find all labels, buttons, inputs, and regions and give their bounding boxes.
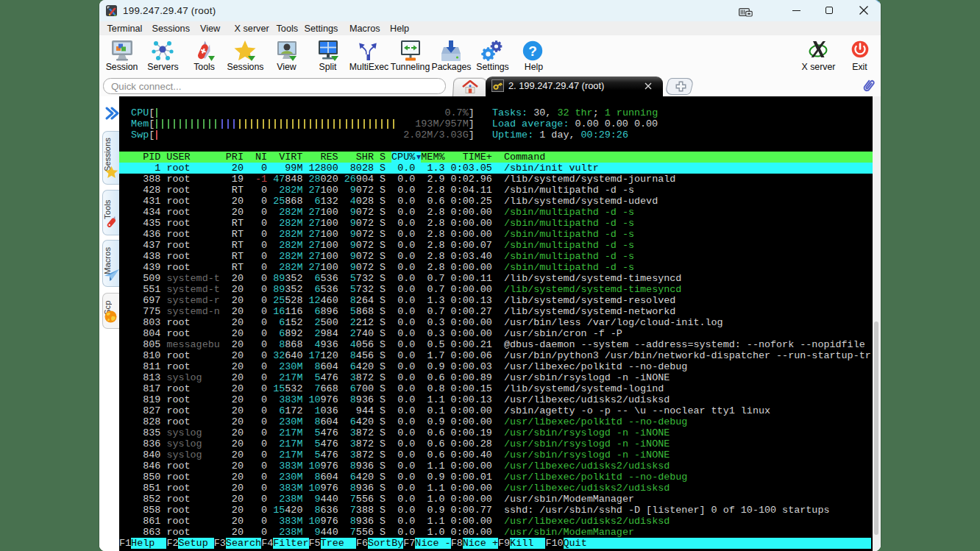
svg-text:?: ? bbox=[528, 43, 537, 59]
